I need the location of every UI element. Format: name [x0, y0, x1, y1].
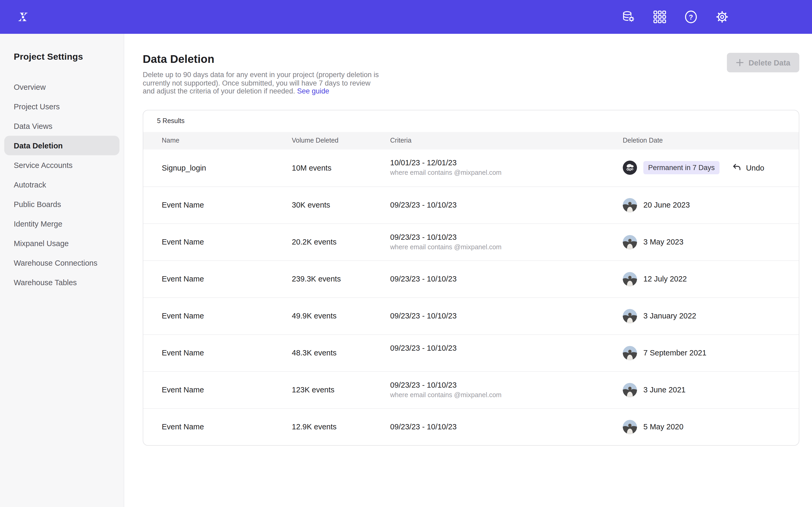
mixpanel-logo-icon[interactable]: X — [16, 10, 30, 24]
deletion-requests-card: 5 Results Name Volume Deleted Criteria D… — [143, 110, 799, 446]
criteria-filter-subtext: where email contains @mixpanel.com — [390, 169, 623, 177]
criteria-date-range: 09/23/23 - 10/10/23 — [390, 312, 623, 320]
deletion-date-value: 12 July 2022 — [643, 275, 687, 283]
row-deletion-date: 3 June 2021 — [623, 383, 799, 397]
sidebar-title: Project Settings — [0, 52, 124, 70]
deletion-date-value: 3 May 2023 — [643, 238, 683, 246]
sidebar-item-data-deletion[interactable]: Data Deletion — [4, 136, 119, 155]
row-volume-deleted: 48.3K events — [292, 349, 390, 357]
sidebar-item-label: Project Users — [14, 102, 60, 111]
row-deletion-date: 5 May 2020 — [623, 419, 799, 434]
delete-data-button[interactable]: Delete Data — [727, 53, 799, 72]
sidebar-item-label: Service Accounts — [14, 161, 72, 169]
app-window: X — [0, 0, 812, 507]
sidebar-item-autotrack[interactable]: Autotrack — [4, 175, 119, 194]
row-name: Event Name — [162, 238, 292, 246]
permanent-in-days-badge: Permanent in 7 Days — [643, 161, 719, 174]
user-avatar — [623, 272, 637, 286]
sidebar-item-label: Overview — [14, 82, 46, 91]
sidebar-item-data-views[interactable]: Data Views — [4, 116, 119, 136]
table-header-row: Name Volume Deleted Criteria Deletion Da… — [143, 132, 799, 149]
row-volume-deleted: 20.2K events — [292, 238, 390, 246]
row-name: Signup_login — [162, 163, 292, 172]
sidebar-item-service-accounts[interactable]: Service Accounts — [4, 155, 119, 175]
user-avatar — [623, 346, 637, 360]
row-criteria: 09/23/23 - 10/10/23 — [390, 312, 623, 320]
row-name: Event Name — [162, 422, 292, 431]
row-deletion-date: Permanent in 7 DaysUndo — [623, 161, 799, 175]
deletion-date-value: 3 June 2021 — [643, 386, 686, 394]
column-header-deletion-date: Deletion Date — [623, 137, 799, 144]
table-row: Signup_login10M events10/01/23 - 12/01/2… — [143, 149, 799, 186]
main-content: Data Deletion Delete up to 90 days data … — [124, 34, 812, 507]
sidebar-item-label: Data Deletion — [14, 141, 63, 150]
apps-grid-icon[interactable] — [652, 9, 667, 24]
criteria-filter-subtext: where email contains @mixpanel.com — [390, 391, 623, 399]
deletion-date-value: 20 June 2023 — [643, 201, 690, 209]
table-row: Event Name30K events09/23/23 - 10/10/232… — [143, 186, 799, 223]
user-avatar — [623, 383, 637, 397]
undo-button[interactable]: Undo — [732, 162, 764, 173]
column-header-criteria: Criteria — [390, 137, 623, 144]
table-row: Event Name123K events09/23/23 - 10/10/23… — [143, 371, 799, 408]
see-guide-link[interactable]: See guide — [297, 87, 329, 95]
criteria-date-range: 09/23/23 - 10/10/23 — [390, 381, 623, 389]
row-deletion-date: 20 June 2023 — [623, 198, 799, 212]
column-header-volume-deleted: Volume Deleted — [292, 137, 390, 144]
sidebar-item-label: Warehouse Connections — [14, 259, 98, 267]
data-pipeline-icon[interactable] — [621, 9, 636, 24]
row-criteria: 09/23/23 - 10/10/23where email contains … — [390, 381, 623, 399]
criteria-date-range: 09/23/23 - 10/10/23 — [390, 344, 623, 352]
row-name: Event Name — [162, 201, 292, 209]
deletion-date-value: 7 September 2021 — [643, 349, 707, 357]
row-criteria: 09/23/23 - 10/10/23 — [390, 422, 623, 431]
settings-icon[interactable] — [715, 9, 729, 24]
row-deletion-date: 12 July 2022 — [623, 272, 799, 286]
sidebar-item-public-boards[interactable]: Public Boards — [4, 194, 119, 214]
deletion-date-value: 3 January 2022 — [643, 312, 696, 320]
sidebar-item-warehouse-connections[interactable]: Warehouse Connections — [4, 253, 119, 273]
row-name: Event Name — [162, 275, 292, 283]
row-criteria: 09/23/23 - 10/10/23 — [390, 201, 623, 209]
criteria-date-range: 09/23/23 - 10/10/23 — [390, 201, 623, 209]
row-name: Event Name — [162, 349, 292, 357]
row-volume-deleted: 30K events — [292, 201, 390, 209]
user-avatar — [623, 161, 637, 175]
sidebar-item-identity-merge[interactable]: Identity Merge — [4, 214, 119, 233]
criteria-filter-subtext: where email contains @mixpanel.com — [390, 243, 623, 251]
sidebar-item-project-users[interactable]: Project Users — [4, 97, 119, 116]
user-avatar — [623, 309, 637, 323]
help-icon[interactable]: ? — [683, 9, 698, 24]
column-header-name: Name — [162, 137, 292, 144]
row-volume-deleted: 49.9K events — [292, 312, 390, 320]
criteria-date-range: 09/23/23 - 10/10/23 — [390, 275, 623, 283]
user-avatar — [623, 198, 637, 212]
undo-icon — [732, 162, 741, 173]
row-criteria: 10/01/23 - 12/01/23where email contains … — [390, 158, 623, 177]
table-row: Event Name48.3K events09/23/23 - 10/10/2… — [143, 334, 799, 371]
row-criteria: 09/23/23 - 10/10/23 — [390, 275, 623, 283]
sidebar-nav: OverviewProject UsersData ViewsData Dele… — [0, 70, 124, 292]
sidebar: Project Settings OverviewProject UsersDa… — [0, 34, 124, 507]
row-name: Event Name — [162, 312, 292, 320]
row-deletion-date: 3 May 2023 — [623, 235, 799, 249]
sidebar-item-overview[interactable]: Overview — [4, 77, 119, 97]
topbar-icon-group: ? — [621, 9, 729, 24]
criteria-date-range: 10/01/23 - 12/01/23 — [390, 158, 623, 167]
user-avatar — [623, 235, 637, 249]
sidebar-item-mixpanel-usage[interactable]: Mixpanel Usage — [4, 233, 119, 253]
delete-data-button-label: Delete Data — [749, 58, 790, 67]
criteria-date-range: 09/23/23 - 10/10/23 — [390, 422, 623, 431]
sidebar-item-label: Public Boards — [14, 200, 61, 208]
table-row: Event Name239.3K events09/23/23 - 10/10/… — [143, 260, 799, 297]
sidebar-item-label: Warehouse Tables — [14, 278, 77, 286]
row-volume-deleted: 123K events — [292, 386, 390, 394]
table-body: Signup_login10M events10/01/23 - 12/01/2… — [143, 149, 799, 445]
criteria-date-range: 09/23/23 - 10/10/23 — [390, 233, 623, 241]
table-row: Event Name12.9K events09/23/23 - 10/10/2… — [143, 408, 799, 445]
row-deletion-date: 7 September 2021 — [623, 346, 799, 360]
row-volume-deleted: 10M events — [292, 163, 390, 172]
page-description: Delete up to 90 days data for any event … — [143, 71, 379, 95]
user-avatar — [623, 419, 637, 434]
sidebar-item-warehouse-tables[interactable]: Warehouse Tables — [4, 273, 119, 292]
